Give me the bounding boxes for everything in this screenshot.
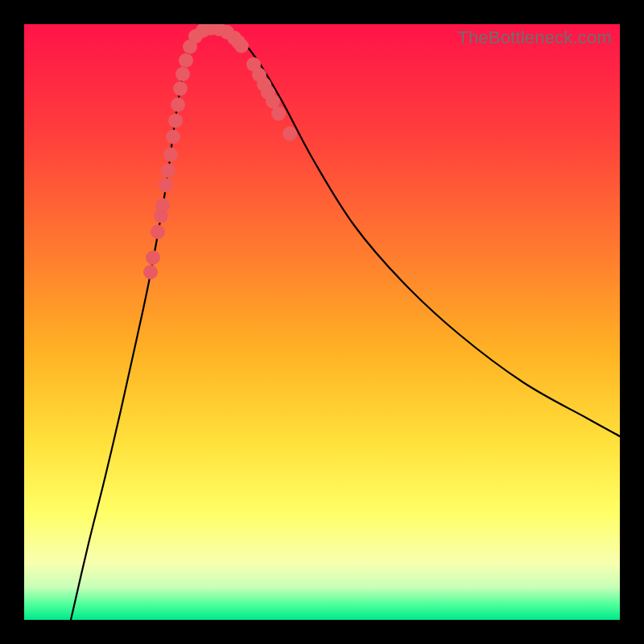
- highlight-dot: [161, 163, 175, 178]
- highlight-dot: [271, 106, 286, 121]
- highlight-dot: [179, 53, 193, 68]
- watermark-label: TheBottleneck.com: [457, 27, 612, 48]
- highlight-dot: [173, 81, 188, 96]
- bottleneck-curve: [71, 28, 620, 620]
- highlight-dot: [159, 178, 173, 192]
- highlight-dot: [171, 97, 185, 112]
- chart-frame: TheBottleneck.com: [0, 0, 644, 644]
- highlight-dot: [143, 265, 158, 279]
- highlight-dot: [283, 126, 297, 141]
- highlight-dots: [143, 24, 297, 279]
- curve-layer: [24, 24, 620, 620]
- highlight-dot: [168, 114, 183, 128]
- highlight-dot: [175, 67, 190, 81]
- highlight-dot: [155, 198, 170, 213]
- highlight-dot: [166, 130, 180, 144]
- highlight-dot: [151, 225, 165, 239]
- highlight-dot: [163, 147, 178, 162]
- plot-area: TheBottleneck.com: [24, 24, 620, 620]
- highlight-dot: [234, 39, 249, 53]
- highlight-dot: [146, 250, 160, 265]
